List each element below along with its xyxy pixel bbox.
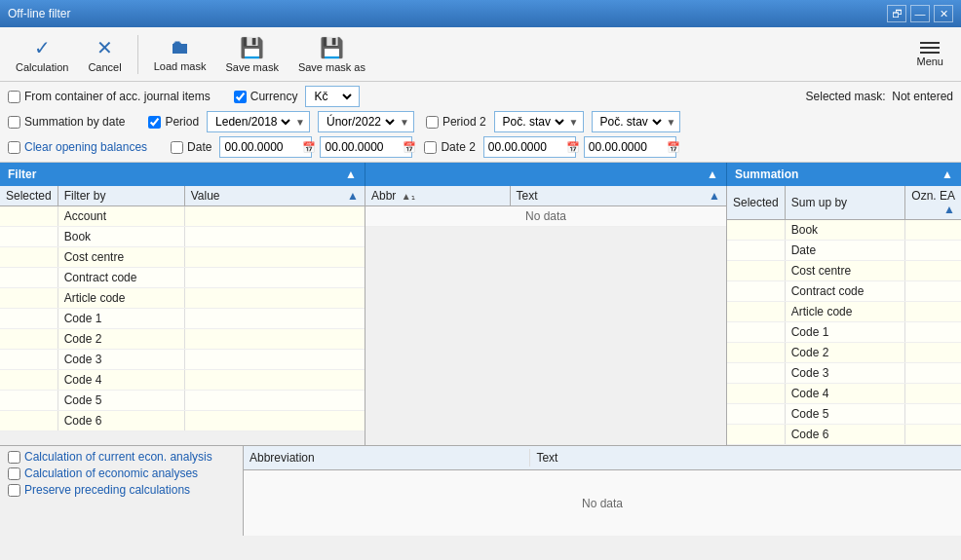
period2-from-field[interactable]: Poč. stav ▼ [494, 111, 584, 132]
filter-row[interactable]: Code 5 [0, 391, 365, 411]
restore-button[interactable]: 🗗 [887, 5, 906, 22]
save-mask-as-button[interactable]: 💾 Save mask as [290, 32, 373, 77]
summation-row[interactable]: Code 2 [727, 343, 961, 363]
sum-row-oznea [905, 322, 961, 343]
preserve-label[interactable]: Preserve preceding calculations [8, 483, 235, 497]
summation-row[interactable]: Code 5 [727, 404, 961, 425]
currency-checkbox-label[interactable]: Currency [234, 90, 298, 103]
filter-row[interactable]: Book [0, 227, 365, 247]
date2-to-input[interactable] [589, 140, 667, 154]
summation-row[interactable]: Contract code [727, 281, 961, 302]
preserve-checkbox[interactable] [8, 484, 20, 497]
currency-select-field[interactable]: Kč EUR USD [305, 86, 360, 107]
from-container-label: From container of acc. journal items [24, 90, 211, 103]
sum-row-sumupby: Contract code [785, 281, 905, 302]
date-from-input[interactable] [224, 140, 302, 154]
summation-row[interactable]: Code 6 [727, 425, 961, 445]
date2-to-btn[interactable]: 📅 [667, 141, 680, 154]
summation-row[interactable]: Date [727, 241, 961, 261]
save-mask-button[interactable]: 💾 Save mask [217, 32, 286, 77]
summation-row[interactable]: Code 1 [727, 322, 961, 343]
calc-economic-label[interactable]: Calculation of economic analyses [8, 467, 235, 480]
load-mask-button[interactable]: 🖿 Load mask [146, 32, 214, 76]
currency-checkbox[interactable] [234, 91, 247, 103]
period2-from-btn[interactable]: ▼ [569, 117, 579, 128]
date-from-btn[interactable]: 📅 [302, 141, 316, 154]
filter-row[interactable]: Code 2 [0, 329, 365, 350]
abbr-collapse-button[interactable]: ▲ [707, 168, 718, 181]
date2-from-field[interactable]: 📅 [483, 136, 576, 158]
sum-row-oznea [905, 281, 961, 302]
period2-to-btn[interactable]: ▼ [667, 117, 676, 128]
period2-to-select[interactable]: Poč. stav [596, 114, 665, 130]
from-container-checkbox-label[interactable]: From container of acc. journal items [8, 90, 211, 103]
summation-row[interactable]: Cost centre [727, 261, 961, 281]
date-to-input[interactable] [325, 140, 403, 154]
cancel-button[interactable]: ✕ Cancel [80, 32, 129, 77]
summation-row[interactable]: Code 3 [727, 363, 961, 384]
period-to-btn[interactable]: ▼ [400, 117, 409, 128]
summation-row[interactable]: Code 4 [727, 384, 961, 404]
filter-row-filterby: Code 5 [58, 391, 184, 411]
date-checkbox[interactable] [171, 141, 183, 154]
calc-current-checkbox[interactable] [8, 451, 20, 464]
clear-opening-balances-label[interactable]: Clear opening balances [8, 140, 147, 154]
period-to-field[interactable]: Únor/2022 ▼ [318, 111, 414, 132]
filter-collapse-button[interactable]: ▲ [345, 168, 357, 181]
filter-row[interactable]: Code 1 [0, 309, 365, 329]
currency-select[interactable]: Kč EUR USD [310, 89, 355, 104]
date-to-field[interactable]: 📅 [320, 136, 412, 158]
date2-checkbox[interactable] [424, 141, 437, 154]
selected-mask-value: Not entered [892, 90, 953, 103]
filter-row[interactable]: Code 6 [0, 411, 365, 431]
period-checkbox[interactable] [148, 116, 161, 129]
clear-opening-balances-checkbox[interactable] [8, 141, 20, 154]
summation-row[interactable]: Article code [727, 302, 961, 322]
load-mask-label: Load mask [154, 60, 207, 72]
period-from-select[interactable]: Leden/2018 [211, 114, 293, 130]
sum-row-sumupby: Code 3 [785, 363, 905, 384]
calculation-button[interactable]: ✓ Calculation [8, 32, 76, 77]
filter-row[interactable]: Article code [0, 288, 365, 309]
filter-row-filterby: Code 6 [58, 411, 184, 431]
minimize-button[interactable]: — [910, 5, 930, 22]
date-from-field[interactable]: 📅 [219, 136, 312, 158]
date2-to-field[interactable]: 📅 [584, 136, 676, 158]
period2-to-field[interactable]: Poč. stav ▼ [592, 111, 681, 132]
period-from-btn[interactable]: ▼ [295, 117, 305, 128]
summation-by-date-label[interactable]: Summation by date [8, 115, 125, 129]
summation-by-date-checkbox[interactable] [8, 116, 20, 129]
filter-row[interactable]: Cost centre [0, 247, 365, 268]
date-checkbox-label[interactable]: Date [171, 140, 211, 154]
calc-economic-checkbox[interactable] [8, 467, 20, 480]
sum-row-sumupby: Date [785, 241, 905, 261]
sum-row-oznea [905, 241, 961, 261]
calc-current-label[interactable]: Calculation of current econ. analysis [8, 450, 235, 464]
date2-from-input[interactable] [488, 140, 566, 154]
period-checkbox-label[interactable]: Period [148, 115, 199, 129]
title-bar-controls: 🗗 — ✕ [887, 5, 953, 22]
filter-row[interactable]: Contract code [0, 268, 365, 288]
period2-from-select[interactable]: Poč. stav [499, 114, 567, 130]
summation-collapse-button[interactable]: ▲ [942, 168, 953, 181]
filter-table-container[interactable]: Selected Filter by Value ▲ Account [0, 186, 365, 445]
date2-from-btn[interactable]: 📅 [566, 141, 580, 154]
summation-row[interactable]: Book [727, 220, 961, 241]
filter-row[interactable]: Code 3 [0, 350, 365, 370]
filter-row[interactable]: Code 4 [0, 370, 365, 391]
filter-row[interactable]: Account [0, 206, 365, 227]
period-label: Period [165, 115, 199, 129]
filter-row-value [184, 411, 365, 431]
close-button[interactable]: ✕ [934, 5, 953, 22]
period2-checkbox[interactable] [426, 116, 439, 129]
options-row-1: From container of acc. journal items Cur… [8, 86, 953, 107]
period2-checkbox-label[interactable]: Period 2 [426, 115, 486, 129]
date2-checkbox-label[interactable]: Date 2 [424, 140, 475, 154]
period-from-field[interactable]: Leden/2018 ▼ [207, 111, 310, 132]
summation-table-container[interactable]: Selected Sum up by Ozn. EA ▲ Book [727, 186, 961, 445]
date-to-btn[interactable]: 📅 [403, 141, 416, 154]
abbr-table-container[interactable]: Abbr ▲₁ Text ▲ No data [365, 186, 726, 445]
menu-button[interactable]: Menu [906, 38, 953, 71]
period-to-select[interactable]: Únor/2022 [323, 114, 398, 130]
from-container-checkbox[interactable] [8, 91, 20, 103]
